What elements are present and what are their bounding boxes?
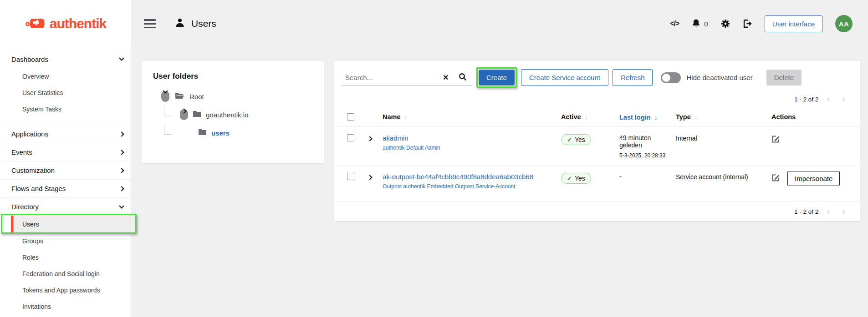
search-group: ✕ xyxy=(342,70,472,86)
sidebar-item-flows-and-stages[interactable]: Flows and Stages xyxy=(0,179,131,197)
chevron-right-icon xyxy=(119,131,124,136)
pagination-top: 1 - 2 of 2 ‹ › xyxy=(334,88,860,109)
user-type: Service account (internal) xyxy=(676,173,748,181)
header-actions: </> 0 xyxy=(670,15,853,32)
annotation-box-create: Create xyxy=(476,67,517,88)
chevron-down-icon xyxy=(119,55,124,60)
user-name-link[interactable]: akadmin xyxy=(383,134,554,142)
hide-deactivated-toggle-group: Hide deactivated user xyxy=(661,72,752,83)
user-name-link[interactable]: ak-outpost-be44af4cbb9c490f8a8ddea6ab03c… xyxy=(383,173,554,181)
sidebar-item-directory[interactable]: Directory xyxy=(0,197,131,216)
last-login: 49 minuten geleden xyxy=(619,134,669,149)
sidebar-item-users[interactable]: Users xyxy=(11,216,131,233)
chevron-right-icon xyxy=(119,150,124,155)
tree-node-root[interactable]: Root xyxy=(153,87,313,106)
sidebar-item-roles[interactable]: Roles xyxy=(0,249,131,266)
select-all-checkbox[interactable] xyxy=(347,113,354,121)
sidebar-item-tokens[interactable]: Tokens and App passwords xyxy=(0,282,131,298)
user-interface-button[interactable]: User interface xyxy=(765,15,822,32)
close-icon: ✕ xyxy=(443,73,449,82)
row-checkbox[interactable] xyxy=(347,173,354,180)
brand-logo[interactable]: authentik xyxy=(0,0,131,47)
sidebar-item-events[interactable]: Events xyxy=(0,143,131,161)
create-button[interactable]: Create xyxy=(479,70,515,86)
pagination-range: 1 - 2 of 2 xyxy=(794,96,818,103)
user-subtitle[interactable]: authentik Default Admin xyxy=(383,145,554,151)
chevron-down-icon xyxy=(119,203,124,208)
sidebar-item-overview[interactable]: Overview xyxy=(0,68,131,85)
pagination-next-button[interactable]: › xyxy=(838,94,849,104)
tree-node-users[interactable]: users xyxy=(153,124,313,142)
page-title: Users xyxy=(191,18,216,29)
table-toolbar: ✕ Create Create Service account Refresh xyxy=(334,61,860,88)
notifications-bell[interactable]: 0 xyxy=(692,19,708,29)
sidebar-item-system-tasks[interactable]: System Tasks xyxy=(0,101,131,117)
edit-user-button[interactable] xyxy=(771,173,780,183)
create-service-account-button[interactable]: Create Service account xyxy=(521,69,608,86)
sort-desc-icon: ↓ xyxy=(654,113,658,121)
user-icon xyxy=(175,18,185,30)
settings-gear-icon[interactable] xyxy=(721,19,730,28)
column-header-actions: Actions xyxy=(768,109,860,126)
last-login: - xyxy=(619,173,669,180)
sort-icon: ↕ xyxy=(694,113,698,121)
expand-row-icon[interactable] xyxy=(367,175,372,180)
sign-out-icon[interactable] xyxy=(743,19,752,28)
folder-tree: Root goauthentik.io users xyxy=(153,87,313,142)
chevron-right-icon xyxy=(119,186,124,191)
pagination-range: 1 - 2 of 2 xyxy=(794,208,818,215)
avatar[interactable]: AA xyxy=(835,15,853,32)
tree-node-goauthentik[interactable]: goauthentik.io xyxy=(153,106,313,124)
table-row: ak-outpost-be44af4cbb9c490f8a8ddea6ab03c… xyxy=(334,166,860,202)
pagination-bottom: 1 - 2 of 2 ‹ › xyxy=(334,202,860,221)
sidebar-item-federation[interactable]: Federation and Social login xyxy=(0,266,131,282)
edit-pencil-icon xyxy=(771,138,780,145)
pagination-next-button[interactable]: › xyxy=(838,206,849,216)
chevron-down-icon[interactable] xyxy=(161,91,169,102)
column-header-type[interactable]: Type ↕ xyxy=(672,109,768,126)
hamburger-menu-icon[interactable] xyxy=(144,19,156,28)
status-badge: ✓ Yes xyxy=(561,173,591,184)
check-icon: ✓ xyxy=(567,175,572,182)
sidebar-item-applications[interactable]: Applications xyxy=(0,125,131,143)
api-code-icon[interactable]: </> xyxy=(670,20,679,28)
sidebar-item-user-statistics[interactable]: User Statistics xyxy=(0,85,131,101)
sort-icon: ↕ xyxy=(404,113,408,121)
toggle-label: Hide deactivated user xyxy=(686,74,752,81)
pagination-prev-button[interactable]: ‹ xyxy=(823,206,833,216)
refresh-button[interactable]: Refresh xyxy=(613,69,653,86)
impersonate-button[interactable]: Impersonate xyxy=(787,171,840,186)
users-table-panel: ✕ Create Create Service account Refresh xyxy=(334,61,860,221)
column-header-name[interactable]: Name ↕ xyxy=(379,109,557,126)
sort-icon: ↕ xyxy=(585,113,588,121)
top-header: authentik Users </> xyxy=(0,0,868,47)
authentik-key-icon xyxy=(25,15,46,33)
search-button[interactable] xyxy=(454,70,472,85)
notification-count: 0 xyxy=(704,20,708,28)
row-checkbox[interactable] xyxy=(347,134,354,141)
column-header-last-login[interactable]: Last login ↓ xyxy=(616,109,672,126)
folder-open-icon xyxy=(175,92,184,101)
chevron-right-icon xyxy=(119,168,124,173)
hide-deactivated-toggle[interactable] xyxy=(661,72,681,83)
user-type: Internal xyxy=(676,135,697,142)
last-login-detail: 5-3-2025, 20:28:33 xyxy=(619,152,669,159)
sidebar-item-groups[interactable]: Groups xyxy=(0,233,131,249)
edit-user-button[interactable] xyxy=(771,135,780,145)
edit-pencil-icon xyxy=(771,176,780,183)
chevron-right-icon[interactable] xyxy=(180,109,188,120)
sidebar-item-customization[interactable]: Customization xyxy=(0,161,131,179)
authentik-admin-page: authentik Users </> xyxy=(0,0,868,317)
table-header-row: Name ↕ Active ↕ Last login ↓ Type ↕ Acti… xyxy=(334,109,860,127)
expand-row-icon[interactable] xyxy=(367,136,372,141)
sidebar-item-invitations[interactable]: Invitations xyxy=(0,298,131,315)
sidebar-item-dashboards[interactable]: Dashboards xyxy=(0,50,131,68)
header-bar: Users </> 0 xyxy=(131,0,868,47)
pagination-prev-button[interactable]: ‹ xyxy=(823,94,833,104)
search-icon xyxy=(459,73,467,82)
user-subtitle[interactable]: Outpost authentik Embedded Outpost Servi… xyxy=(383,183,554,190)
search-input[interactable] xyxy=(342,70,438,85)
column-header-active[interactable]: Active ↕ xyxy=(557,109,616,126)
clear-search-button[interactable]: ✕ xyxy=(438,70,454,85)
delete-button[interactable]: Delete xyxy=(766,70,802,86)
